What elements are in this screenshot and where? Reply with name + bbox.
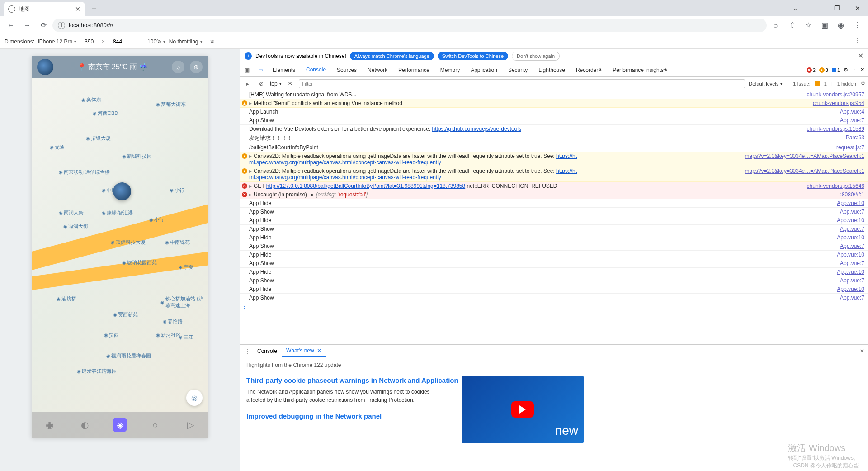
- devtools-tab-console[interactable]: Console: [301, 63, 331, 76]
- locate-button[interactable]: ◎: [186, 390, 203, 406]
- search-icon[interactable]: ⌕: [172, 61, 184, 73]
- map-poi[interactable]: 梦都大街东: [156, 101, 186, 108]
- map-poi[interactable]: 雨润大街: [63, 223, 88, 230]
- user-location-marker[interactable]: [113, 182, 131, 200]
- levels-select[interactable]: Default levels: [749, 81, 783, 86]
- log-source-link[interactable]: chunk-vendors.js:11589: [807, 126, 864, 132]
- gear-icon[interactable]: ⚙: [861, 81, 865, 86]
- device-select[interactable]: iPhone 12 Pro: [38, 38, 76, 45]
- log-source-link[interactable]: App.vue:10: [837, 217, 864, 224]
- console-log-row[interactable]: App LaunchApp.vue:4: [240, 108, 868, 116]
- close-icon[interactable]: ✕: [860, 348, 864, 354]
- news-video-thumbnail[interactable]: new: [462, 376, 584, 443]
- devtools-tab-lighthouse[interactable]: Lighthouse: [533, 63, 571, 76]
- console-log-row[interactable]: ✕▸Uncaught (in promise) ▸ {errMsg: 'requ…: [240, 190, 868, 199]
- maximize-button[interactable]: ❐: [826, 0, 847, 16]
- clear-console-icon[interactable]: ⊘: [256, 81, 266, 87]
- filter-input[interactable]: [299, 79, 745, 88]
- devtools-tab-performance-insights[interactable]: Performance insights ⚗: [607, 63, 673, 76]
- map-poi[interactable]: 琥珀花园西苑: [122, 259, 157, 266]
- console-log-row[interactable]: App ShowApp.vue:7: [240, 276, 868, 285]
- browser-tab[interactable]: 地图 ✕: [4, 2, 85, 16]
- log-source-link[interactable]: Parc:63: [846, 134, 864, 141]
- chevron-down-icon[interactable]: ⌄: [785, 0, 806, 16]
- map-poi[interactable]: 顶健科技大厦: [111, 239, 146, 246]
- console-log-row[interactable]: App HideApp.vue:10: [240, 285, 868, 294]
- match-language-button[interactable]: Always match Chrome's language: [350, 52, 434, 60]
- log-source-link[interactable]: App.vue:10: [837, 234, 864, 241]
- console-log-row[interactable]: 发起请求！！！！Parc:63: [240, 133, 868, 143]
- devtools-tab-sources[interactable]: Sources: [331, 63, 362, 76]
- console-log-row[interactable]: App HideApp.vue:10: [240, 268, 868, 276]
- rotate-icon[interactable]: ⤭: [210, 38, 214, 45]
- nav-location-icon[interactable]: ◉: [42, 418, 57, 432]
- console-log-row[interactable]: App ShowApp.vue:7: [240, 116, 868, 125]
- search-icon[interactable]: ⌕: [769, 18, 783, 33]
- menu-icon[interactable]: ⋮: [852, 67, 857, 73]
- map-poi[interactable]: 福润雨花居禅春园: [106, 352, 151, 359]
- console-log-row[interactable]: ▲▸Method "$emit" conflicts with an exist…: [240, 99, 868, 108]
- map-poi[interactable]: 贾西: [104, 332, 119, 338]
- console-log-row[interactable]: App HideApp.vue:10: [240, 216, 868, 225]
- console-log-row[interactable]: App HideApp.vue:10: [240, 233, 868, 242]
- map-poi[interactable]: 小行: [170, 187, 184, 194]
- width-input[interactable]: [80, 38, 98, 45]
- map-poi[interactable]: 三江: [179, 334, 193, 341]
- share-icon[interactable]: ⇧: [785, 18, 799, 33]
- avatar[interactable]: [37, 59, 53, 75]
- log-source-link[interactable]: chunk-vendors.js:20957: [807, 91, 864, 98]
- log-source-link[interactable]: App.vue:10: [837, 252, 864, 258]
- log-source-link[interactable]: maps?v=2.0&key=3034e…=AMap.PlaceSearch:1: [745, 168, 865, 174]
- close-icon[interactable]: ✕: [860, 67, 864, 73]
- map-poi[interactable]: 春怡路: [163, 318, 183, 325]
- drawer-tab-whatsnew[interactable]: What's new✕: [282, 345, 326, 357]
- console-log-row[interactable]: Download the Vue Devtools extension for …: [240, 125, 868, 133]
- console-log-row[interactable]: App ShowApp.vue:7: [240, 294, 868, 302]
- throttling-select[interactable]: No throttling: [169, 38, 203, 45]
- map-poi[interactable]: 南京移动 通信综合楼: [59, 169, 110, 176]
- log-source-link[interactable]: request.js:7: [836, 144, 864, 151]
- close-icon[interactable]: ✕: [75, 5, 80, 13]
- console-log-row[interactable]: [HMR] Waiting for update signal from WDS…: [240, 90, 868, 99]
- log-source-link[interactable]: App.vue:7: [840, 243, 864, 249]
- console-log-row[interactable]: ▲▸Canvas2D: Multiple readback operations…: [240, 167, 868, 182]
- log-source-link[interactable]: App.vue:7: [840, 117, 864, 124]
- map-poi[interactable]: 河西CBD: [93, 110, 118, 117]
- console-log-row[interactable]: /ball/getBallCourtInfoByPointrequest.js:…: [240, 143, 868, 152]
- map-poi[interactable]: 贾西新苑: [113, 311, 138, 318]
- map-poi[interactable]: 铁心桥加油站 (沪蓉高速上海: [160, 295, 208, 309]
- sidepanel-icon[interactable]: ▣: [817, 18, 832, 33]
- gear-icon[interactable]: ⚙: [844, 67, 848, 73]
- devtools-tab-elements[interactable]: Elements: [267, 63, 301, 76]
- inspect-icon[interactable]: ▣: [240, 67, 254, 73]
- drawer-tab-console[interactable]: Console: [253, 345, 282, 357]
- nav-play-icon[interactable]: ▷: [183, 418, 198, 432]
- forward-button[interactable]: →: [20, 18, 34, 33]
- log-source-link[interactable]: App.vue:7: [840, 209, 864, 215]
- issues-label[interactable]: 1 Issue:: [793, 81, 811, 86]
- console-log-row[interactable]: ✕▸GET http://127.0.0.1:8088/ball/getBall…: [240, 182, 868, 190]
- console-log-row[interactable]: App ShowApp.vue:7: [240, 259, 868, 268]
- bookmark-icon[interactable]: ☆: [801, 18, 816, 33]
- profile-icon[interactable]: ◉: [834, 18, 848, 33]
- device-frame[interactable]: 奥体东河西CBD梦都大街东招银大厦元通新城科技园南京移动 通信综合楼中胜小行雨润…: [32, 56, 208, 438]
- close-button[interactable]: ✕: [847, 0, 868, 16]
- log-source-link[interactable]: chunk-vendors.js:15646: [807, 183, 864, 189]
- map-poi[interactable]: 元通: [50, 144, 65, 151]
- console-log-row[interactable]: ▲▸Canvas2D: Multiple readback operations…: [240, 152, 868, 167]
- console-log-row[interactable]: App HideApp.vue:10: [240, 251, 868, 259]
- devtools-tab-network[interactable]: Network: [362, 63, 393, 76]
- device-menu-icon[interactable]: ⋮: [854, 37, 863, 46]
- console-log-row[interactable]: App ShowApp.vue:7: [240, 225, 868, 233]
- console-log-row[interactable]: App ShowApp.vue:7: [240, 208, 868, 216]
- devtools-tab-recorder[interactable]: Recorder ⚗: [571, 63, 607, 76]
- log-source-link[interactable]: App.vue:7: [840, 295, 864, 301]
- map-canvas[interactable]: 奥体东河西CBD梦都大街东招银大厦元通新城科技园南京移动 通信综合楼中胜小行雨润…: [32, 56, 208, 438]
- log-source-link[interactable]: App.vue:10: [837, 200, 864, 206]
- nav-message-icon[interactable]: ○: [148, 418, 162, 432]
- console-log-row[interactable]: App HideApp.vue:10: [240, 199, 868, 208]
- log-source-link[interactable]: App.vue:7: [840, 277, 864, 284]
- sidebar-toggle-icon[interactable]: ▸: [243, 81, 253, 87]
- back-button[interactable]: ←: [4, 18, 18, 33]
- zoom-select[interactable]: 100%: [147, 38, 165, 45]
